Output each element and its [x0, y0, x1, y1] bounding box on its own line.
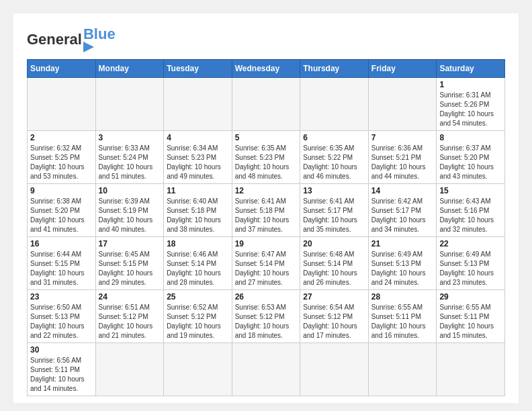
calendar-cell: 5Sunrise: 6:35 AM Sunset: 5:23 PM Daylig…: [232, 131, 300, 184]
day-number: 2: [30, 133, 93, 142]
day-number: 13: [303, 186, 365, 195]
calendar-week-row: 23Sunrise: 6:50 AM Sunset: 5:13 PM Dayli…: [28, 290, 505, 343]
calendar-cell: 6Sunrise: 6:35 AM Sunset: 5:22 PM Daylig…: [300, 131, 369, 184]
day-info: Sunrise: 6:55 AM Sunset: 5:11 PM Dayligh…: [371, 303, 434, 340]
calendar-cell: 12Sunrise: 6:41 AM Sunset: 5:18 PM Dayli…: [232, 184, 300, 237]
calendar-cell: [95, 78, 164, 131]
weekday-header: Friday: [368, 60, 437, 78]
day-info: Sunrise: 6:53 AM Sunset: 5:12 PM Dayligh…: [235, 303, 298, 340]
day-number: 7: [371, 133, 434, 142]
logo-general: General: [27, 31, 82, 48]
calendar-cell: 24Sunrise: 6:51 AM Sunset: 5:12 PM Dayli…: [95, 290, 164, 343]
day-info: Sunrise: 6:34 AM Sunset: 5:23 PM Dayligh…: [167, 144, 229, 181]
calendar-cell: 9Sunrise: 6:38 AM Sunset: 5:20 PM Daylig…: [28, 184, 96, 237]
day-number: 21: [371, 239, 434, 248]
calendar-cell: 3Sunrise: 6:33 AM Sunset: 5:24 PM Daylig…: [95, 131, 164, 184]
day-info: Sunrise: 6:35 AM Sunset: 5:23 PM Dayligh…: [235, 144, 298, 181]
calendar-cell: 8Sunrise: 6:37 AM Sunset: 5:20 PM Daylig…: [437, 131, 505, 184]
calendar-cell: 30Sunrise: 6:56 AM Sunset: 5:11 PM Dayli…: [28, 343, 96, 396]
page: General Blue SundayMondayTuesdayWednesda…: [13, 13, 519, 403]
day-number: 16: [30, 239, 93, 248]
calendar-cell: 1Sunrise: 6:31 AM Sunset: 5:26 PM Daylig…: [437, 78, 505, 131]
day-number: 5: [235, 133, 298, 142]
day-number: 19: [235, 239, 298, 248]
weekday-header: Wednesday: [232, 60, 300, 78]
calendar-cell: 23Sunrise: 6:50 AM Sunset: 5:13 PM Dayli…: [28, 290, 96, 343]
day-info: Sunrise: 6:49 AM Sunset: 5:13 PM Dayligh…: [371, 250, 434, 287]
day-info: Sunrise: 6:52 AM Sunset: 5:12 PM Dayligh…: [167, 303, 229, 340]
day-number: 4: [167, 133, 229, 142]
logo-triangle: [83, 42, 94, 52]
day-info: Sunrise: 6:45 AM Sunset: 5:15 PM Dayligh…: [99, 250, 161, 287]
day-info: Sunrise: 6:48 AM Sunset: 5:14 PM Dayligh…: [303, 250, 365, 287]
calendar-cell: 20Sunrise: 6:48 AM Sunset: 5:14 PM Dayli…: [300, 237, 369, 290]
calendar-cell: [164, 343, 232, 396]
day-info: Sunrise: 6:43 AM Sunset: 5:16 PM Dayligh…: [439, 197, 502, 234]
calendar-cell: [232, 343, 300, 396]
day-number: 30: [30, 345, 93, 355]
calendar-cell: [300, 78, 369, 131]
logo-blue: Blue: [83, 27, 116, 42]
day-number: 12: [235, 186, 298, 195]
calendar-cell: 21Sunrise: 6:49 AM Sunset: 5:13 PM Dayli…: [368, 237, 437, 290]
calendar-cell: [232, 78, 300, 131]
day-info: Sunrise: 6:39 AM Sunset: 5:19 PM Dayligh…: [99, 197, 161, 234]
calendar-cell: [300, 343, 369, 396]
day-info: Sunrise: 6:47 AM Sunset: 5:14 PM Dayligh…: [235, 250, 298, 287]
calendar-cell: 28Sunrise: 6:55 AM Sunset: 5:11 PM Dayli…: [368, 290, 437, 343]
calendar-table: SundayMondayTuesdayWednesdayThursdayFrid…: [27, 59, 505, 396]
day-number: 23: [30, 292, 93, 302]
day-info: Sunrise: 6:55 AM Sunset: 5:11 PM Dayligh…: [439, 303, 502, 340]
calendar-cell: 15Sunrise: 6:43 AM Sunset: 5:16 PM Dayli…: [437, 184, 505, 237]
calendar-cell: 26Sunrise: 6:53 AM Sunset: 5:12 PM Dayli…: [232, 290, 300, 343]
day-number: 25: [167, 292, 229, 302]
day-number: 11: [167, 186, 229, 195]
day-info: Sunrise: 6:38 AM Sunset: 5:20 PM Dayligh…: [30, 197, 93, 234]
calendar-cell: 22Sunrise: 6:49 AM Sunset: 5:13 PM Dayli…: [437, 237, 505, 290]
day-info: Sunrise: 6:51 AM Sunset: 5:12 PM Dayligh…: [99, 303, 161, 340]
calendar-cell: 4Sunrise: 6:34 AM Sunset: 5:23 PM Daylig…: [164, 131, 232, 184]
day-number: 17: [99, 239, 161, 248]
day-info: Sunrise: 6:31 AM Sunset: 5:26 PM Dayligh…: [439, 91, 502, 128]
calendar-cell: 16Sunrise: 6:44 AM Sunset: 5:15 PM Dayli…: [28, 237, 96, 290]
calendar-cell: 13Sunrise: 6:41 AM Sunset: 5:17 PM Dayli…: [300, 184, 369, 237]
day-number: 26: [235, 292, 298, 302]
calendar-cell: 2Sunrise: 6:32 AM Sunset: 5:25 PM Daylig…: [28, 131, 96, 184]
day-number: 24: [99, 292, 161, 302]
calendar-cell: [437, 343, 505, 396]
calendar-week-row: 1Sunrise: 6:31 AM Sunset: 5:26 PM Daylig…: [28, 78, 505, 131]
weekday-header: Saturday: [437, 60, 505, 78]
calendar-cell: 25Sunrise: 6:52 AM Sunset: 5:12 PM Dayli…: [164, 290, 232, 343]
day-number: 14: [371, 186, 434, 195]
day-info: Sunrise: 6:41 AM Sunset: 5:18 PM Dayligh…: [235, 197, 298, 234]
day-number: 3: [99, 133, 161, 142]
day-info: Sunrise: 6:37 AM Sunset: 5:20 PM Dayligh…: [439, 144, 502, 181]
day-number: 1: [439, 80, 502, 89]
calendar-cell: 29Sunrise: 6:55 AM Sunset: 5:11 PM Dayli…: [437, 290, 505, 343]
calendar-cell: [95, 343, 164, 396]
day-info: Sunrise: 6:46 AM Sunset: 5:14 PM Dayligh…: [167, 250, 229, 287]
calendar-header-row: SundayMondayTuesdayWednesdayThursdayFrid…: [28, 60, 505, 78]
day-number: 22: [439, 239, 502, 248]
day-number: 9: [30, 186, 93, 195]
weekday-header: Sunday: [28, 60, 96, 78]
calendar-cell: 27Sunrise: 6:54 AM Sunset: 5:12 PM Dayli…: [300, 290, 369, 343]
calendar-week-row: 30Sunrise: 6:56 AM Sunset: 5:11 PM Dayli…: [28, 343, 505, 396]
day-number: 8: [439, 133, 502, 142]
day-number: 29: [439, 292, 502, 302]
day-number: 10: [99, 186, 161, 195]
calendar-cell: [368, 343, 437, 396]
day-info: Sunrise: 6:42 AM Sunset: 5:17 PM Dayligh…: [371, 197, 434, 234]
day-info: Sunrise: 6:33 AM Sunset: 5:24 PM Dayligh…: [99, 144, 161, 181]
day-info: Sunrise: 6:35 AM Sunset: 5:22 PM Dayligh…: [303, 144, 365, 181]
weekday-header: Monday: [95, 60, 164, 78]
day-info: Sunrise: 6:41 AM Sunset: 5:17 PM Dayligh…: [303, 197, 365, 234]
calendar-cell: 19Sunrise: 6:47 AM Sunset: 5:14 PM Dayli…: [232, 237, 300, 290]
calendar-week-row: 9Sunrise: 6:38 AM Sunset: 5:20 PM Daylig…: [28, 184, 505, 237]
day-info: Sunrise: 6:54 AM Sunset: 5:12 PM Dayligh…: [303, 303, 365, 340]
day-number: 28: [371, 292, 434, 302]
calendar-cell: [368, 78, 437, 131]
header: General Blue: [27, 27, 505, 52]
calendar-week-row: 16Sunrise: 6:44 AM Sunset: 5:15 PM Dayli…: [28, 237, 505, 290]
logo: General Blue: [27, 27, 116, 52]
